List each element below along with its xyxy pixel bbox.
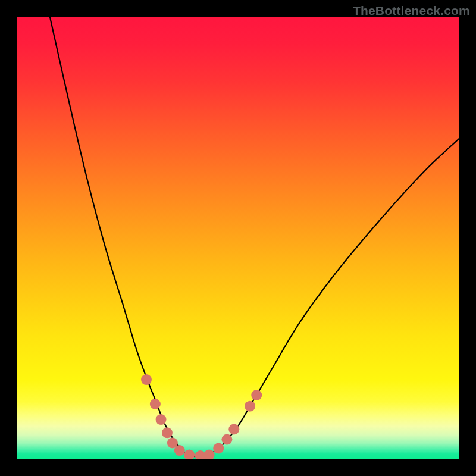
- highlight-dot: [221, 434, 232, 445]
- highlight-dot: [228, 424, 239, 434]
- curve-layer: [17, 17, 459, 459]
- highlight-dot: [245, 401, 255, 412]
- highlight-dot: [174, 445, 185, 456]
- plot-area: [17, 17, 459, 459]
- highlight-dot: [141, 374, 152, 385]
- chart-frame: TheBottleneck.com: [0, 0, 476, 476]
- highlight-dot: [251, 390, 262, 400]
- highlight-dot: [213, 443, 224, 453]
- highlight-dot: [184, 450, 195, 459]
- highlight-dot: [204, 450, 215, 459]
- highlight-dot: [156, 414, 167, 425]
- highlight-dot: [162, 427, 173, 438]
- highlight-dot: [150, 399, 161, 409]
- watermark-text: TheBottleneck.com: [353, 4, 470, 18]
